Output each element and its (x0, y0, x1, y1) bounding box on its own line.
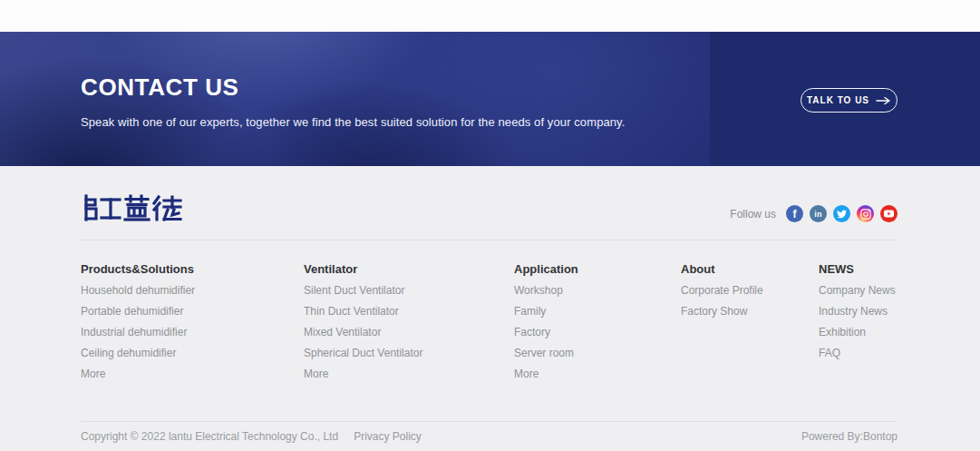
footer-link[interactable]: Mixed Ventilator (304, 326, 422, 339)
lantu-logo[interactable]: BT蓝徒 (81, 193, 182, 222)
footer-link[interactable]: Exhibition (819, 326, 896, 339)
footer-link[interactable]: Family (514, 305, 578, 319)
linkedin-glyph: in (814, 210, 821, 219)
social-row: Follow us f in (730, 205, 898, 222)
footer-link[interactable]: Industrial dehumidifier (81, 326, 195, 339)
footer-link[interactable]: Thin Duct Ventilator (304, 305, 422, 319)
footer-link[interactable]: Household dehumidifier (81, 284, 195, 298)
column-heading[interactable]: Ventilator (304, 262, 422, 277)
footer-link[interactable]: Server room (514, 347, 578, 360)
linkedin-icon[interactable]: in (810, 205, 827, 222)
banner-title: CONTACT US (81, 32, 625, 102)
banner-content: CONTACT US Speak with one of our experts… (81, 32, 625, 129)
page: CONTACT US Speak with one of our experts… (0, 0, 980, 451)
talk-to-us-label: TALK TO US (807, 95, 869, 105)
contact-banner: CONTACT US Speak with one of our experts… (0, 32, 980, 166)
footer-link[interactable]: Factory (514, 326, 578, 339)
footer-divider-top (81, 240, 898, 240)
facebook-glyph: f (793, 208, 797, 221)
top-strip (0, 0, 980, 32)
powered-by-link[interactable]: Powered By:Bontop (801, 430, 898, 443)
footer-link[interactable]: Factory Show (681, 305, 763, 319)
footer-divider-bottom (81, 421, 898, 422)
footer-link[interactable]: More (81, 368, 195, 381)
footer-link[interactable]: Company News (819, 284, 896, 298)
site-footer: BT蓝徒 Follow us f in (0, 166, 980, 451)
privacy-policy-link[interactable]: Privacy Policy (354, 430, 422, 443)
footer-link[interactable]: Silent Duct Ventilator (304, 284, 422, 298)
footer-link[interactable]: FAQ (819, 347, 896, 360)
twitter-bird-icon[interactable] (833, 205, 850, 222)
column-heading[interactable]: Products&Solutions (81, 262, 195, 277)
column-heading[interactable]: About (681, 262, 763, 277)
youtube-play-icon[interactable] (880, 205, 898, 222)
footer-column-products: Products&Solutions Household dehumidifie… (81, 262, 195, 381)
bottom-bar: Copyright © 2022 lantu Electrical Techno… (81, 430, 898, 443)
footer-column-ventilator: Ventilator Silent Duct Ventilator Thin D… (304, 262, 422, 381)
footer-column-news: NEWS Company News Industry News Exhibiti… (819, 262, 896, 360)
footer-link[interactable]: Workshop (514, 284, 578, 298)
footer-inner: BT蓝徒 Follow us f in (81, 166, 898, 451)
footer-link[interactable]: More (304, 368, 422, 381)
footer-link[interactable]: Industry News (819, 305, 896, 319)
footer-link[interactable]: Corporate Profile (681, 284, 763, 298)
banner-subtitle: Speak with one of our experts, together … (81, 102, 625, 129)
footer-link[interactable]: Portable dehumidifier (81, 305, 195, 319)
footer-link[interactable]: More (514, 368, 578, 381)
footer-column-application: Application Workshop Family Factory Serv… (514, 262, 578, 381)
column-heading[interactable]: NEWS (819, 262, 896, 277)
arrow-right-icon (876, 96, 891, 105)
footer-column-about: About Corporate Profile Factory Show (681, 262, 763, 319)
lantu-logo-mark (81, 193, 182, 222)
instagram-camera-icon[interactable] (857, 205, 874, 222)
column-heading[interactable]: Application (514, 262, 578, 277)
facebook-icon[interactable]: f (786, 205, 803, 222)
talk-to-us-button[interactable]: TALK TO US (800, 88, 898, 113)
footer-link[interactable]: Ceiling dehumidifier (81, 347, 195, 360)
footer-link[interactable]: Spherical Duct Ventilator (304, 347, 422, 360)
copyright-text: Copyright © 2022 lantu Electrical Techno… (81, 430, 338, 443)
follow-us-label: Follow us (730, 208, 776, 221)
